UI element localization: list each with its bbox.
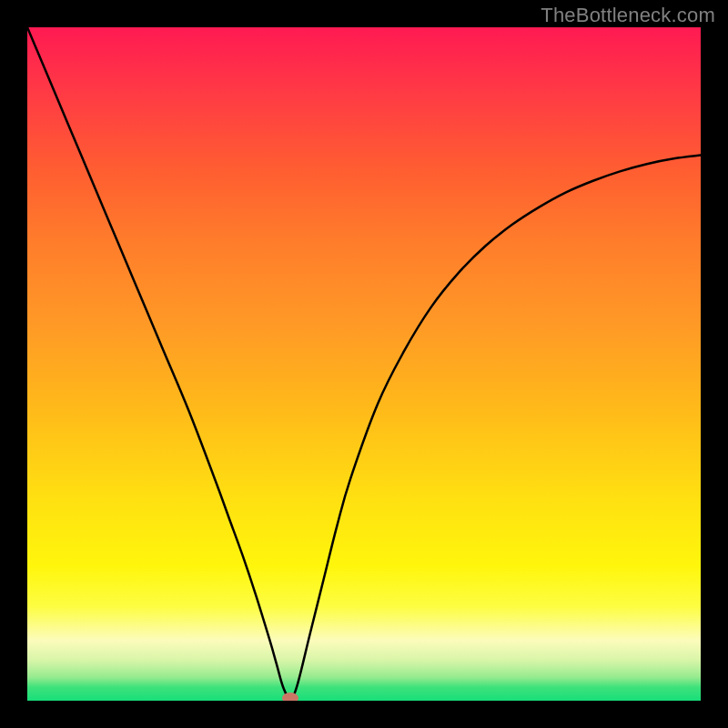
plot-area [27, 27, 701, 701]
watermark-text: TheBottleneck.com [541, 4, 715, 27]
chart-frame: TheBottleneck.com [0, 0, 728, 728]
bottleneck-curve [27, 27, 701, 698]
optimal-point-marker [282, 693, 298, 701]
curve-layer [27, 27, 701, 701]
